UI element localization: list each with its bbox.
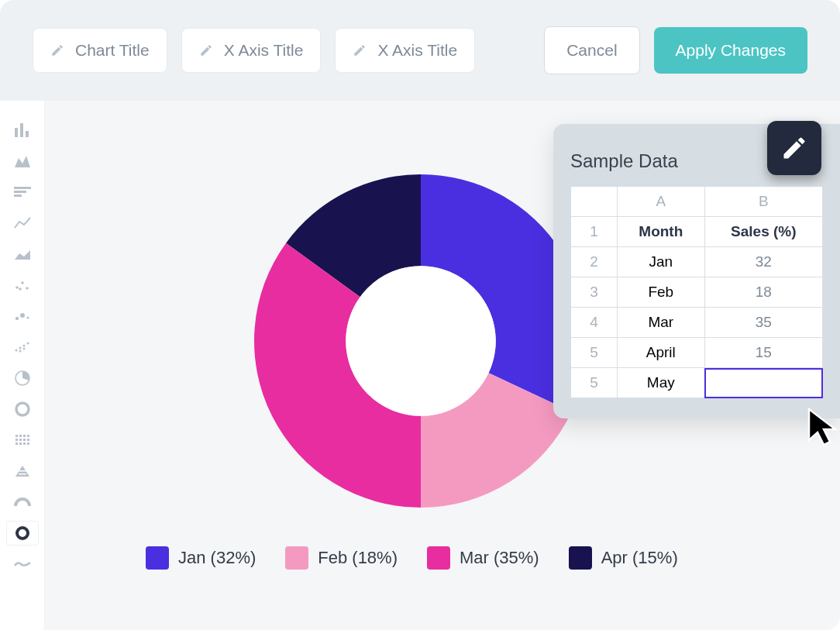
svg-point-9 [19, 287, 22, 291]
cell-a[interactable]: April [618, 338, 705, 368]
svg-rect-21 [15, 435, 18, 437]
line-chart-icon[interactable] [6, 211, 39, 236]
legend-label: Mar (35%) [460, 548, 539, 568]
svg-rect-32 [27, 442, 29, 445]
sample-data-panel: Sample Data A B 1 Month Sales (%) 2 Jan … [553, 124, 840, 418]
donut-chart-icon[interactable] [6, 397, 39, 422]
svg-point-36 [346, 266, 496, 416]
legend-swatch [427, 546, 450, 570]
table-row: 5 May [571, 368, 823, 398]
gauge-icon[interactable] [6, 490, 39, 515]
svg-point-11 [20, 313, 25, 318]
cell-a[interactable]: Feb [618, 277, 705, 308]
row-number[interactable]: 4 [571, 308, 618, 338]
cell-a[interactable]: May [618, 368, 705, 398]
stacked-bar-icon[interactable] [6, 180, 39, 205]
pie-chart-icon[interactable] [6, 366, 39, 391]
cell-b[interactable]: 18 [704, 277, 822, 308]
table-corner-cell[interactable] [571, 187, 618, 217]
x-axis-title-input-1[interactable]: X Axis Title [181, 28, 322, 73]
dot-matrix-icon[interactable] [6, 335, 39, 360]
cancel-button[interactable]: Cancel [544, 26, 639, 74]
row-number[interactable]: 1 [571, 217, 618, 247]
svg-rect-25 [15, 439, 18, 441]
svg-point-12 [26, 316, 29, 318]
svg-rect-26 [19, 439, 22, 441]
x-axis-title-1-text: X Axis Title [224, 41, 304, 60]
row-number[interactable]: 5 [571, 368, 618, 398]
grid-icon[interactable] [6, 428, 39, 453]
svg-point-7 [21, 281, 24, 284]
apply-changes-button[interactable]: Apply Changes [654, 27, 807, 74]
cell-a[interactable]: Mar [618, 308, 705, 338]
svg-rect-28 [27, 439, 29, 441]
x-axis-title-input-2[interactable]: X Axis Title [335, 28, 475, 73]
donut-chart [246, 167, 595, 518]
area-chart-icon[interactable] [6, 149, 39, 174]
row-number[interactable]: 2 [571, 247, 618, 277]
table-row: 4 Mar 35 [571, 308, 823, 338]
stacked-area-icon[interactable] [6, 242, 39, 267]
column-header-b[interactable]: B [704, 187, 822, 217]
x-axis-title-2-text: X Axis Title [377, 41, 457, 60]
svg-point-17 [19, 350, 21, 353]
ring-chart-icon[interactable] [6, 521, 39, 546]
bar-chart-icon[interactable] [6, 118, 39, 143]
table-row: 1 Month Sales (%) [571, 217, 823, 247]
cell-b[interactable]: Sales (%) [704, 217, 822, 247]
svg-point-6 [15, 286, 19, 289]
pyramid-icon[interactable] [6, 459, 39, 484]
svg-point-8 [26, 287, 29, 290]
svg-point-13 [15, 349, 17, 352]
cell-b-selected[interactable] [704, 368, 822, 398]
edit-data-button[interactable] [767, 121, 821, 175]
row-number[interactable]: 3 [571, 277, 618, 308]
legend-label: Jan (32%) [178, 548, 256, 568]
svg-point-20 [16, 403, 29, 415]
legend-swatch [146, 546, 169, 570]
svg-point-14 [19, 347, 21, 349]
chart-title-text: Chart Title [75, 41, 150, 60]
table-row: 3 Feb 18 [571, 277, 823, 308]
svg-rect-31 [23, 442, 26, 445]
svg-rect-5 [14, 195, 22, 197]
top-toolbar: Chart Title X Axis Title X Axis Title Ca… [0, 0, 840, 101]
sparkline-icon[interactable] [6, 552, 39, 577]
cell-a[interactable]: Jan [618, 247, 705, 277]
svg-point-10 [15, 317, 18, 320]
table-row: 5 April 15 [571, 338, 823, 368]
cell-a[interactable]: Month [618, 217, 705, 247]
svg-point-35 [17, 528, 28, 539]
row-number[interactable]: 5 [571, 338, 618, 368]
mouse-cursor-icon [804, 406, 840, 451]
legend-swatch [285, 546, 308, 570]
legend-item: Apr (15%) [569, 546, 678, 570]
svg-rect-24 [27, 435, 29, 437]
chart-canvas: Jan (32%) Feb (18%) Mar (35%) Apr (15%) … [45, 101, 840, 630]
pencil-icon [780, 134, 808, 162]
cell-b[interactable]: 15 [704, 338, 822, 368]
svg-rect-34 [19, 473, 26, 475]
svg-rect-4 [14, 191, 26, 193]
bubble-chart-icon[interactable] [6, 304, 39, 329]
pencil-icon [199, 43, 213, 57]
pencil-icon [50, 43, 64, 57]
scatter-plot-icon[interactable] [6, 273, 39, 298]
column-header-a[interactable]: A [618, 187, 705, 217]
cell-b[interactable]: 35 [704, 308, 822, 338]
svg-rect-33 [17, 470, 28, 472]
chart-legend: Jan (32%) Feb (18%) Mar (35%) Apr (15%) [146, 546, 678, 570]
svg-point-16 [26, 343, 29, 345]
data-table[interactable]: A B 1 Month Sales (%) 2 Jan 32 3 Feb 18 [570, 186, 823, 398]
cell-b[interactable]: 32 [704, 247, 822, 277]
chart-title-input[interactable]: Chart Title [33, 28, 167, 73]
svg-rect-23 [23, 435, 26, 437]
svg-rect-29 [15, 442, 18, 445]
legend-item: Mar (35%) [427, 546, 539, 570]
legend-label: Feb (18%) [318, 548, 398, 568]
main-area: Jan (32%) Feb (18%) Mar (35%) Apr (15%) … [0, 101, 840, 630]
svg-rect-27 [23, 439, 26, 441]
chart-type-sidebar [0, 101, 45, 630]
svg-rect-1 [20, 123, 23, 137]
svg-rect-22 [19, 435, 22, 437]
